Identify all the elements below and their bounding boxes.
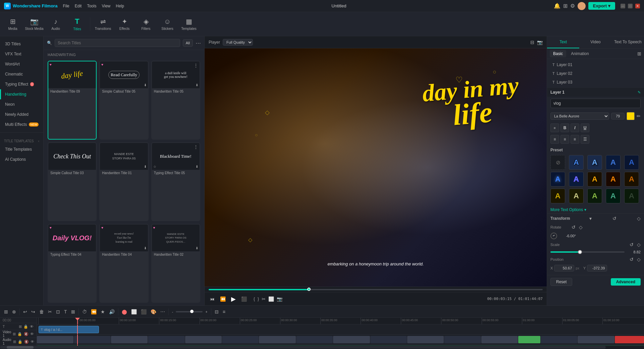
video-clip-strip[interactable] — [37, 336, 644, 343]
title-card-hw9[interactable]: ♥ day life Handwritten Title 09 — [48, 61, 97, 140]
sidebar-item-typing-effect[interactable]: Typing Effect ! — [0, 79, 43, 89]
rotate-dial[interactable] — [550, 233, 557, 239]
tab-text-to-speech[interactable]: Text To Speech — [612, 36, 644, 48]
menu-view[interactable]: View — [102, 4, 110, 8]
preset-10[interactable]: A — [550, 189, 565, 203]
more-opt-hw05[interactable]: ⋮ — [194, 63, 198, 68]
title-card-typing05[interactable]: ⋮ Blackboard Time! ☆ ⬇ Typing Effect Tit… — [151, 142, 200, 221]
sidebar-item-ai-captions[interactable]: AI Captions — [0, 154, 43, 164]
preset-9[interactable]: A — [624, 172, 639, 187]
preset-2[interactable]: A — [587, 155, 602, 170]
avatar[interactable] — [578, 2, 586, 10]
preset-13[interactable]: A — [606, 189, 621, 203]
search-input[interactable] — [55, 39, 180, 47]
tl-merge-button[interactable]: ⬛ — [140, 308, 148, 315]
italic-button[interactable]: I — [571, 123, 579, 132]
title-card-hw02[interactable]: ♥ MANDE ESTESTORY PARA OSQUER-FIDOS... ⬇… — [151, 224, 200, 303]
advanced-button[interactable]: Advanced — [611, 278, 641, 286]
track-lock-icon[interactable]: 🔒 — [23, 324, 29, 329]
tl-delete-button[interactable]: 🗑 — [38, 308, 45, 315]
expand-icon[interactable]: ‹ — [38, 139, 39, 143]
track-eye-icon[interactable]: 👁 — [30, 324, 34, 329]
settings-icon[interactable]: ⚙ — [570, 3, 575, 9]
tl-record-button[interactable]: ⬤ — [120, 308, 128, 315]
quality-select[interactable]: Full Quality 1/2 Quality 1/4 Quality — [223, 39, 253, 46]
sidebar-item-multi-effects[interactable]: Multi Effects NEW — [0, 119, 43, 130]
a1-add-icon[interactable]: ⊞ — [13, 339, 16, 344]
tl-more-button[interactable]: ⋯ — [159, 308, 166, 315]
tl-cut-button[interactable]: ✂ — [47, 308, 53, 315]
align-center-button[interactable]: ≡ — [560, 135, 569, 144]
sidebar-item-handwriting[interactable]: Handwriting — [0, 89, 43, 99]
tool-filters[interactable]: ◈ Filters — [136, 14, 156, 34]
tl-collapse-button[interactable]: ≡ — [221, 308, 227, 315]
sidebar-item-title-templates[interactable]: Title Templates — [0, 144, 43, 154]
fit-icon[interactable]: ⬜ — [268, 296, 274, 302]
tool-effects[interactable]: ✦ Effects — [114, 14, 135, 34]
rotate-reset-icon[interactable]: ↺ — [572, 225, 576, 230]
tl-zoom-thumb[interactable] — [190, 310, 194, 313]
title-card-hw05[interactable]: ⋮ a dull knife willget you nowhere! ⬇ Ha… — [151, 61, 200, 140]
sidebar-item-cinematic[interactable]: Cinematic — [0, 69, 43, 79]
sidebar-item-neon[interactable]: Neon — [0, 99, 43, 109]
notification-icon[interactable]: 🔔 — [554, 3, 560, 9]
filter-button[interactable]: All — [183, 39, 193, 47]
tab-video[interactable]: Video — [579, 36, 611, 48]
tl-text-button[interactable]: T — [63, 308, 68, 315]
menu-file[interactable]: File — [63, 4, 69, 8]
track-add-icon[interactable]: ⊞ — [18, 324, 22, 329]
transform-link-icon[interactable]: ◇ — [637, 216, 641, 221]
preset-8[interactable]: A — [606, 172, 621, 187]
underline-button[interactable]: U — [581, 123, 589, 132]
title-card-callout05[interactable]: ♥ Read Carefully ⬇ Simple Callout Title … — [99, 61, 148, 140]
scale-slider[interactable] — [550, 251, 625, 253]
position-link-icon[interactable]: ◇ — [637, 257, 641, 262]
preset-12[interactable]: A — [587, 189, 602, 203]
sidebar-item-3d-titles[interactable]: 3D Titles — [0, 39, 43, 49]
bold-button[interactable]: B — [560, 123, 569, 132]
transform-reset-icon[interactable]: ↺ — [612, 216, 616, 221]
scale-reset-icon[interactable]: ↺ — [630, 242, 634, 247]
screenshot-btn[interactable]: 📷 — [277, 296, 282, 302]
v1-add-icon[interactable]: ⊞ — [12, 332, 16, 337]
skip-back-button[interactable]: ⏮ — [209, 296, 216, 302]
title-card-hw04[interactable]: ♥ record your news!S'act like I'mlearnin… — [99, 224, 148, 303]
tl-effects-button[interactable]: ★ — [99, 308, 106, 315]
clip-icon[interactable]: ✂ — [262, 296, 266, 302]
tl-copy-button[interactable]: ⊡ — [55, 308, 61, 315]
title-card-typing04[interactable]: ♥ Daily VLOG! Typing Effect Title 04 — [48, 224, 97, 303]
tl-reverse-button[interactable]: ⏪ — [90, 308, 98, 315]
preset-6[interactable]: A — [569, 172, 584, 187]
align-left-button[interactable]: ≡ — [550, 123, 559, 132]
tool-stock-media[interactable]: 📷 Stock Media — [24, 14, 44, 34]
tl-redo-button[interactable]: ↪ — [30, 308, 37, 315]
tl-undo-button[interactable]: ↩ — [22, 308, 29, 315]
menu-help[interactable]: Help — [116, 4, 124, 8]
a1-lock-icon[interactable]: 🔒 — [17, 339, 23, 344]
title-card-hw01[interactable]: MANDE ESTESTORY PARA 0S ⬇ Handwritten Ti… — [99, 142, 148, 221]
stop-button[interactable]: ⬛ — [240, 296, 248, 302]
sidebar-item-wordart[interactable]: WordArt — [0, 59, 43, 69]
layer-edit-icon[interactable]: ✎ — [638, 90, 641, 95]
color-picker-icon[interactable]: ✏ — [637, 113, 641, 119]
tool-media[interactable]: ⊞ Media — [3, 14, 23, 34]
tool-stickers[interactable]: ☺ Stickers — [157, 14, 177, 34]
frame-back-button[interactable]: ⏪ — [219, 296, 227, 302]
tl-split-button[interactable]: ⬜ — [130, 308, 138, 315]
pos-x-input[interactable] — [554, 265, 574, 271]
close-button[interactable]: ✕ — [635, 4, 640, 8]
align-left2-button[interactable]: ≡ — [550, 135, 559, 144]
preset-14[interactable]: A — [624, 189, 639, 203]
tl-snap-button[interactable]: ⊗ — [11, 308, 17, 315]
preset-4[interactable]: A — [624, 155, 639, 170]
preset-5[interactable]: A — [550, 172, 565, 187]
color-swatch[interactable] — [627, 112, 635, 120]
preset-7[interactable]: A — [587, 172, 602, 187]
tl-zoom-slider[interactable] — [176, 311, 203, 312]
scale-thumb[interactable] — [578, 250, 582, 254]
scroll-thumb[interactable] — [7, 346, 34, 349]
v1-mute-icon[interactable]: 🔇 — [23, 332, 29, 337]
play-button[interactable]: ▶ — [230, 295, 237, 303]
title-card-callout03[interactable]: Check This Out Simple Callout Title 03 — [48, 142, 97, 221]
title-clip[interactable]: T vlog / a / d... — [39, 326, 99, 333]
